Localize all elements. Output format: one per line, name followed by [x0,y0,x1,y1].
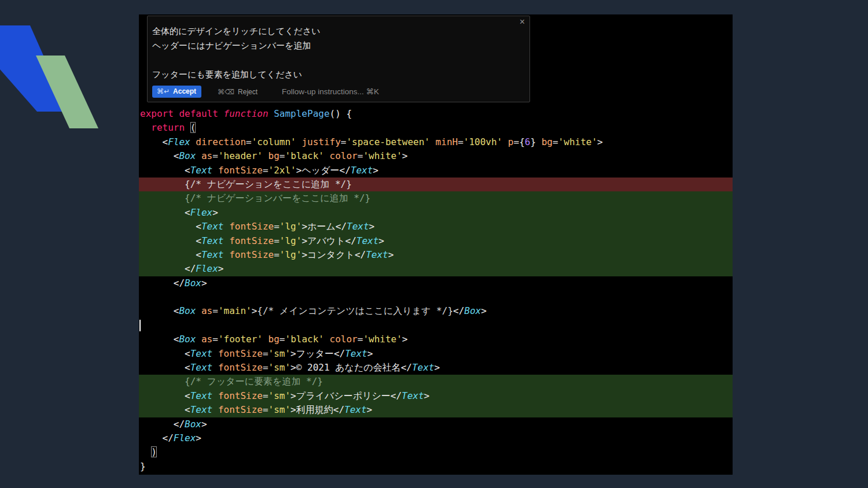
instruction-line: ヘッダーにはナビゲーションバーを追加 [152,38,516,53]
code-token [185,122,190,133]
code-token: </ [355,249,366,260]
code-token: > [290,390,296,401]
code-line-added[interactable]: {/* ナビゲーションバーをここに追加 */} [139,191,733,205]
code-token: fontSize [218,362,263,373]
close-icon[interactable]: × [520,17,525,27]
code-line-added[interactable]: <Text fontSize='sm'>利用規約</Text> [139,403,733,417]
code-line[interactable]: <Box as='footer' bg='black' color='white… [139,332,733,346]
code-area[interactable]: export default function SamplePage() { r… [139,107,733,474]
accept-button[interactable]: ⌘↵ Accept [152,86,201,98]
code-token: > [388,249,394,260]
code-token: > [201,278,207,289]
code-token: Box [179,150,196,161]
code-line[interactable]: </Box> [139,417,733,431]
code-token: ヘッダー [301,165,339,176]
code-line[interactable]: <Box as='main'>{/* メインコンテンツはここに入ります */}<… [139,304,733,318]
code-line-added[interactable]: {/* フッターに要素を追加 */} [139,375,733,389]
code-token: > [196,432,201,443]
code-line[interactable]: } [139,460,733,474]
code-line[interactable]: <Text fontSize='2xl'>ヘッダー</Text> [139,164,733,178]
code-token: Text [351,165,373,176]
reject-button[interactable]: ⌘⌫ Reject [214,87,261,97]
code-token [263,334,269,345]
code-token: 'black' [285,150,324,161]
code-token: </ [140,263,196,274]
code-token [224,249,230,260]
code-token: 'lg' [279,221,302,232]
code-line[interactable]: return ( [139,121,733,135]
reject-label: Reject [238,88,258,96]
code-line-added[interactable]: <Text fontSize='sm'>プライバシーポリシー</Text> [139,389,733,403]
code-token: Flex [174,432,196,443]
code-token: Text [201,235,224,246]
code-token: = [263,404,269,415]
code-line-removed[interactable]: {/* ナビゲーションをここに追加 */} [139,178,733,191]
code-token: = [274,235,279,246]
accept-shortcut-icon: ⌘↵ [157,87,170,95]
code-token: Text [190,390,213,401]
code-token: </ [140,432,174,443]
code-token: {/* メインコンテンツはここに入ります */} [257,305,453,316]
code-line-added[interactable]: <Text fontSize='lg'>アバウト</Text> [139,234,733,248]
code-token: < [140,305,179,316]
code-token: 'header' [218,150,263,161]
code-token: {/* ナビゲーションバーをここに追加 */} [185,193,370,204]
code-token: fontSize [218,390,263,401]
code-token: Flex [190,207,213,218]
code-line[interactable]: </Flex> [139,431,733,445]
code-token [536,136,542,147]
code-token: > [367,404,373,415]
code-line[interactable] [139,319,733,332]
code-line[interactable]: <Text fontSize='sm'>フッター</Text> [139,347,733,361]
code-token: 'sm' [269,404,291,415]
code-line-added[interactable]: </Flex> [139,262,733,276]
code-line-added[interactable]: <Text fontSize='lg'>コンタクト</Text> [139,248,733,262]
followup-input[interactable] [281,87,454,97]
code-line-added[interactable]: <Flex> [139,206,733,220]
code-editor: × 全体的にデザインをリッチにしてください ヘッダーにはナビゲーションバーを追加… [139,14,733,475]
code-token: < [140,235,201,246]
code-line[interactable]: <Box as='header' bg='black' color='white… [139,149,733,163]
code-token: as [201,305,212,316]
code-line[interactable]: <Text fontSize='sm'>© 2021 あなたの会社名</Text… [139,361,733,375]
code-token: Box [464,305,481,316]
code-line[interactable]: export default function SamplePage() { [139,107,733,121]
code-token: > [290,404,296,415]
reject-shortcut-icon: ⌘⌫ [218,88,234,96]
code-token: Flex [168,136,190,147]
code-token [212,404,218,415]
code-token: </ [336,221,347,232]
code-token: Box [185,278,201,289]
code-line[interactable]: </Box> [139,276,733,290]
code-line[interactable]: ) [139,445,733,459]
code-token: < [140,404,190,415]
code-token [140,193,185,204]
decorative-shape-green [0,0,127,150]
instruction-input[interactable]: 全体的にデザインをリッチにしてください ヘッダーにはナビゲーションバーを追加 フ… [148,16,529,82]
code-token [190,136,196,147]
code-token: プライバシーポリシー [296,390,391,401]
code-token: as [201,334,212,345]
code-line[interactable]: <Flex direction='column' justify='space-… [139,135,733,149]
code-token: Text [201,249,224,260]
code-token: 'lg' [279,235,302,246]
code-token: = [263,390,269,401]
code-token: {/* フッターに要素を追加 */} [185,376,323,387]
accept-label: Accept [173,87,196,95]
code-line[interactable] [139,290,733,304]
code-token: as [201,150,212,161]
code-token: 利用規約 [296,404,333,415]
code-token: Text [190,165,213,176]
code-token [296,136,302,147]
code-token [140,179,185,190]
code-token [140,446,151,457]
code-token: < [140,362,190,373]
code-token: 'black' [285,334,324,345]
code-token [196,305,201,316]
code-token: bg [269,334,279,345]
code-token: 'white' [558,136,597,147]
code-line-added[interactable]: <Text fontSize='lg'>ホーム</Text> [139,220,733,234]
code-token [212,165,218,176]
code-token: ( [190,122,196,133]
code-token: fontSize [229,235,274,246]
